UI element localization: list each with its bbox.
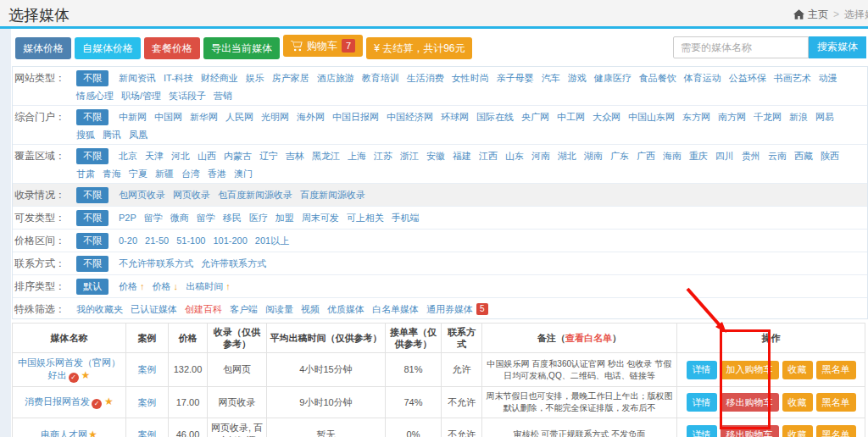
filter-option[interactable]: 201以上 [255, 234, 289, 247]
filter-option[interactable]: 四川 [715, 149, 734, 163]
filter-option[interactable]: 情感心理 [76, 89, 114, 102]
filter-option[interactable]: 重庆 [689, 149, 708, 163]
filter-option[interactable]: 亲子母婴 [497, 71, 534, 85]
filter-option[interactable]: 通用券媒体5 [426, 302, 488, 316]
case-link[interactable]: 案例 [138, 397, 157, 407]
filter-option[interactable]: 51-100 [176, 234, 205, 247]
filter-option[interactable]: 留学 [197, 211, 215, 224]
filter-option[interactable]: 浙江 [400, 149, 419, 163]
filter-option[interactable]: 动漫 [819, 71, 837, 85]
filter-option[interactable]: 环球网 [441, 110, 469, 124]
filter-option[interactable]: 21-50 [145, 234, 169, 247]
filter-selected-chip[interactable]: 不限 [76, 187, 108, 203]
detail-button[interactable]: 详情 [687, 393, 717, 412]
filter-option[interactable]: 央广网 [521, 110, 549, 124]
filter-option[interactable]: 辽宁 [259, 149, 278, 163]
filter-option[interactable]: 新华网 [190, 110, 218, 124]
remove-from-cart-button[interactable]: 移出购物车 [721, 393, 779, 412]
detail-button[interactable]: 详情 [687, 361, 717, 379]
favorite-button[interactable]: 收藏 [782, 361, 813, 379]
filter-selected-chip[interactable]: 不限 [76, 148, 108, 164]
checkout-button[interactable]: ¥ 去结算，共计96元 [366, 37, 472, 59]
filter-option[interactable]: 不允许带联系方式 [119, 257, 193, 270]
media-name-link[interactable]: 消费日报网首发 [25, 396, 90, 407]
filter-option[interactable]: 女性时尚 [452, 71, 489, 85]
filter-option[interactable]: 湖南 [584, 149, 603, 163]
filter-option[interactable]: 贵州 [742, 149, 760, 163]
filter-option[interactable]: 0-20 [119, 234, 137, 247]
filter-option[interactable]: 网易 [815, 110, 834, 124]
export-current-media-button[interactable]: 导出当前媒体 [203, 37, 280, 59]
filter-option[interactable]: 阅读量 [265, 302, 293, 316]
filter-option[interactable]: 手机端 [392, 211, 420, 224]
filter-option[interactable]: 健康医疗 [594, 71, 632, 85]
filter-option[interactable]: 百度新闻源收录 [300, 188, 365, 202]
filter-option[interactable]: 新闻资讯 [119, 71, 156, 85]
filter-option[interactable]: 上海 [348, 149, 366, 163]
case-link[interactable]: 案例 [138, 364, 157, 374]
filter-option[interactable]: 移民 [223, 211, 242, 224]
filter-option[interactable]: 澳门 [234, 167, 253, 180]
search-input[interactable] [673, 36, 809, 58]
filter-option[interactable]: 人民网 [225, 110, 253, 124]
detail-button[interactable]: 详情 [687, 425, 717, 437]
filter-option[interactable]: 西藏 [794, 149, 813, 163]
filter-selected-chip[interactable]: 不限 [76, 210, 108, 226]
filter-option[interactable]: 可上相关 [347, 211, 384, 224]
filter-option[interactable]: P2P [119, 211, 136, 224]
filter-option[interactable]: 广西 [637, 149, 655, 163]
filter-option[interactable]: 公益环保 [729, 71, 766, 85]
filter-option[interactable]: 游戏 [568, 71, 587, 85]
media-price-button[interactable]: 媒体价格 [15, 37, 71, 59]
filter-option[interactable]: 台湾 [181, 167, 200, 180]
favorite-button[interactable]: 收藏 [782, 393, 813, 412]
package-price-button[interactable]: 套餐价格 [144, 37, 200, 59]
filter-option[interactable]: 东方网 [682, 110, 710, 124]
filter-option[interactable]: 营销 [214, 89, 232, 102]
filter-option[interactable]: 价格 ↑ [119, 279, 145, 293]
filter-option[interactable]: 天津 [145, 149, 164, 163]
filter-option[interactable]: 湖北 [558, 149, 576, 163]
filter-option[interactable]: 职场/管理 [121, 89, 161, 102]
blacklist-button[interactable]: 黑名单 [816, 425, 856, 437]
filter-option[interactable]: 视频 [301, 302, 320, 316]
filter-option[interactable]: 加盟 [275, 211, 294, 224]
filter-option[interactable]: 福建 [453, 149, 471, 163]
filter-option[interactable]: 安徽 [426, 149, 445, 163]
filter-option[interactable]: 山东 [505, 149, 524, 163]
filter-option[interactable]: 北京 [119, 149, 137, 163]
filter-option[interactable]: 新浪 [789, 110, 808, 124]
filter-option[interactable]: 周末可发 [302, 211, 339, 224]
filter-option[interactable]: 千龙网 [754, 110, 782, 124]
filter-option[interactable]: 允许带联系方式 [201, 257, 266, 270]
filter-option[interactable]: 中工网 [557, 110, 585, 124]
filter-option[interactable]: 香港 [208, 167, 226, 180]
filter-option[interactable]: 微商 [170, 211, 189, 224]
filter-selected-chip[interactable]: 不限 [76, 109, 108, 125]
filter-option[interactable]: 已认证媒体 [131, 302, 177, 316]
filter-option[interactable]: 教育培训 [362, 71, 399, 85]
filter-option[interactable]: 河南 [531, 149, 550, 163]
filter-option[interactable]: 腾讯 [103, 128, 121, 141]
filter-selected-chip[interactable]: 默认 [76, 279, 108, 295]
filter-option[interactable]: 中国山东网 [628, 110, 675, 124]
filter-option[interactable]: 海南 [663, 149, 682, 163]
filter-option[interactable]: 酒店旅游 [317, 71, 354, 85]
filter-option[interactable]: 房产家居 [272, 71, 309, 85]
blacklist-button[interactable]: 黑名单 [816, 393, 856, 412]
filter-option[interactable]: 中新网 [119, 110, 147, 124]
filter-option[interactable]: 宁夏 [129, 167, 147, 180]
filter-option[interactable]: 网页收录 [173, 188, 210, 202]
filter-option[interactable]: 河北 [171, 149, 190, 163]
filter-selected-chip[interactable]: 不限 [76, 233, 108, 249]
filter-option[interactable]: 吉林 [286, 149, 304, 163]
filter-option[interactable]: 财经商业 [201, 71, 238, 85]
filter-option[interactable]: 大众网 [593, 110, 620, 124]
remove-from-cart-button[interactable]: 移出购物车 [721, 425, 779, 437]
case-link[interactable]: 案例 [138, 429, 157, 437]
filter-option[interactable]: 江西 [479, 149, 498, 163]
filter-option[interactable]: 内蒙古 [224, 149, 252, 163]
filter-option[interactable]: 出稿时间 ↑ [186, 279, 231, 293]
media-name-link[interactable]: 电商人才网 [41, 429, 87, 437]
view-whitelist-link[interactable]: 查看白名单 [565, 333, 612, 343]
